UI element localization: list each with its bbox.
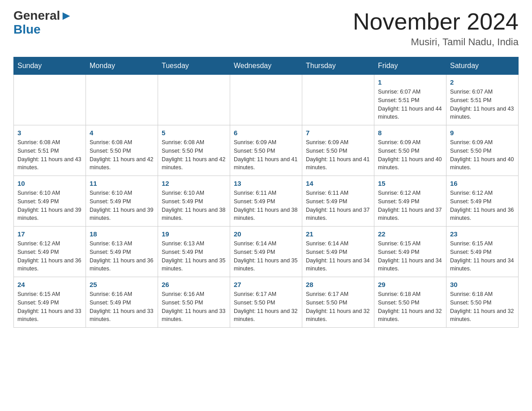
day-info: Sunrise: 6:08 AMSunset: 5:51 PMDaylight:…	[17, 138, 82, 172]
calendar-cell: 22Sunrise: 6:15 AMSunset: 5:49 PMDayligh…	[374, 227, 446, 277]
day-number: 18	[90, 230, 154, 238]
day-number: 27	[234, 281, 298, 288]
day-info: Sunrise: 6:11 AMSunset: 5:49 PMDaylight:…	[234, 189, 298, 223]
calendar-cell: 21Sunrise: 6:14 AMSunset: 5:49 PMDayligh…	[302, 227, 374, 277]
day-number: 10	[17, 180, 82, 187]
day-number: 1	[378, 78, 442, 86]
day-info: Sunrise: 6:13 AMSunset: 5:49 PMDaylight:…	[90, 240, 154, 273]
page-header: General► Blue November 2024 Musiri, Tami…	[13, 9, 519, 48]
day-number: 21	[306, 230, 370, 238]
weekday-header-friday: Friday	[374, 57, 446, 75]
logo: General► Blue	[13, 9, 73, 37]
day-info: Sunrise: 6:09 AMSunset: 5:50 PMDaylight:…	[450, 138, 515, 172]
calendar-cell	[158, 75, 230, 125]
day-number: 17	[17, 230, 82, 238]
day-info: Sunrise: 6:18 AMSunset: 5:50 PMDaylight:…	[378, 290, 442, 324]
weekday-header-saturday: Saturday	[446, 57, 519, 75]
day-info: Sunrise: 6:14 AMSunset: 5:49 PMDaylight:…	[234, 240, 298, 273]
calendar-cell: 18Sunrise: 6:13 AMSunset: 5:49 PMDayligh…	[86, 227, 158, 277]
calendar-week-5: 24Sunrise: 6:15 AMSunset: 5:49 PMDayligh…	[14, 277, 519, 328]
weekday-header-row: SundayMondayTuesdayWednesdayThursdayFrid…	[14, 57, 519, 75]
calendar-cell: 30Sunrise: 6:18 AMSunset: 5:50 PMDayligh…	[446, 277, 519, 328]
day-number: 20	[234, 230, 298, 238]
calendar-cell: 6Sunrise: 6:09 AMSunset: 5:50 PMDaylight…	[230, 125, 302, 176]
calendar-cell: 7Sunrise: 6:09 AMSunset: 5:50 PMDaylight…	[302, 125, 374, 176]
weekday-header-sunday: Sunday	[14, 57, 86, 75]
day-info: Sunrise: 6:15 AMSunset: 5:49 PMDaylight:…	[450, 240, 515, 273]
day-number: 15	[378, 180, 442, 187]
calendar-week-4: 17Sunrise: 6:12 AMSunset: 5:49 PMDayligh…	[14, 227, 519, 277]
day-number: 12	[162, 180, 226, 187]
day-info: Sunrise: 6:16 AMSunset: 5:50 PMDaylight:…	[162, 290, 226, 324]
day-number: 28	[306, 281, 370, 288]
day-number: 9	[450, 129, 515, 137]
day-info: Sunrise: 6:09 AMSunset: 5:50 PMDaylight:…	[306, 138, 370, 172]
day-number: 4	[90, 129, 154, 137]
calendar-cell: 19Sunrise: 6:13 AMSunset: 5:49 PMDayligh…	[158, 227, 230, 277]
day-info: Sunrise: 6:13 AMSunset: 5:49 PMDaylight:…	[162, 240, 226, 273]
day-number: 7	[306, 129, 370, 137]
calendar-cell: 24Sunrise: 6:15 AMSunset: 5:49 PMDayligh…	[14, 277, 86, 328]
calendar-cell: 17Sunrise: 6:12 AMSunset: 5:49 PMDayligh…	[14, 227, 86, 277]
month-title: November 2024	[353, 9, 519, 34]
calendar-table: SundayMondayTuesdayWednesdayThursdayFrid…	[13, 57, 519, 328]
day-info: Sunrise: 6:10 AMSunset: 5:49 PMDaylight:…	[17, 189, 82, 223]
calendar-cell: 23Sunrise: 6:15 AMSunset: 5:49 PMDayligh…	[446, 227, 519, 277]
logo-blue: Blue	[13, 23, 41, 37]
day-info: Sunrise: 6:10 AMSunset: 5:49 PMDaylight:…	[90, 189, 154, 223]
day-info: Sunrise: 6:15 AMSunset: 5:49 PMDaylight:…	[378, 240, 442, 273]
logo-general: General►	[13, 9, 73, 23]
calendar-cell: 8Sunrise: 6:09 AMSunset: 5:50 PMDaylight…	[374, 125, 446, 176]
location-title: Musiri, Tamil Nadu, India	[353, 36, 519, 48]
day-number: 11	[90, 180, 154, 187]
weekday-header-tuesday: Tuesday	[158, 57, 230, 75]
calendar-cell: 26Sunrise: 6:16 AMSunset: 5:50 PMDayligh…	[158, 277, 230, 328]
day-number: 30	[450, 281, 515, 288]
calendar-cell: 20Sunrise: 6:14 AMSunset: 5:49 PMDayligh…	[230, 227, 302, 277]
day-info: Sunrise: 6:10 AMSunset: 5:49 PMDaylight:…	[162, 189, 226, 223]
calendar-week-2: 3Sunrise: 6:08 AMSunset: 5:51 PMDaylight…	[14, 125, 519, 176]
calendar-week-1: 1Sunrise: 6:07 AMSunset: 5:51 PMDaylight…	[14, 75, 519, 125]
calendar-cell: 28Sunrise: 6:17 AMSunset: 5:50 PMDayligh…	[302, 277, 374, 328]
logo-arrow-icon: ►	[60, 9, 73, 22]
day-number: 6	[234, 129, 298, 137]
day-number: 2	[450, 78, 515, 86]
calendar-week-3: 10Sunrise: 6:10 AMSunset: 5:49 PMDayligh…	[14, 176, 519, 227]
calendar-cell	[230, 75, 302, 125]
day-number: 26	[162, 281, 226, 288]
day-number: 29	[378, 281, 442, 288]
day-number: 16	[450, 180, 515, 187]
day-info: Sunrise: 6:17 AMSunset: 5:50 PMDaylight:…	[306, 290, 370, 324]
day-number: 14	[306, 180, 370, 187]
day-number: 23	[450, 230, 515, 238]
title-area: November 2024 Musiri, Tamil Nadu, India	[353, 9, 519, 48]
day-number: 8	[378, 129, 442, 137]
day-info: Sunrise: 6:14 AMSunset: 5:49 PMDaylight:…	[306, 240, 370, 273]
day-info: Sunrise: 6:07 AMSunset: 5:51 PMDaylight:…	[378, 88, 442, 121]
calendar-cell: 9Sunrise: 6:09 AMSunset: 5:50 PMDaylight…	[446, 125, 519, 176]
calendar-cell: 13Sunrise: 6:11 AMSunset: 5:49 PMDayligh…	[230, 176, 302, 227]
calendar-cell: 4Sunrise: 6:08 AMSunset: 5:50 PMDaylight…	[86, 125, 158, 176]
day-info: Sunrise: 6:09 AMSunset: 5:50 PMDaylight:…	[378, 138, 442, 172]
calendar-cell: 29Sunrise: 6:18 AMSunset: 5:50 PMDayligh…	[374, 277, 446, 328]
day-info: Sunrise: 6:18 AMSunset: 5:50 PMDaylight:…	[450, 290, 515, 324]
calendar-cell: 1Sunrise: 6:07 AMSunset: 5:51 PMDaylight…	[374, 75, 446, 125]
calendar-cell: 14Sunrise: 6:11 AMSunset: 5:49 PMDayligh…	[302, 176, 374, 227]
calendar-cell: 10Sunrise: 6:10 AMSunset: 5:49 PMDayligh…	[14, 176, 86, 227]
day-info: Sunrise: 6:16 AMSunset: 5:49 PMDaylight:…	[90, 290, 154, 324]
day-number: 22	[378, 230, 442, 238]
calendar-cell: 27Sunrise: 6:17 AMSunset: 5:50 PMDayligh…	[230, 277, 302, 328]
calendar-cell: 12Sunrise: 6:10 AMSunset: 5:49 PMDayligh…	[158, 176, 230, 227]
calendar-cell	[302, 75, 374, 125]
day-number: 24	[17, 281, 82, 288]
calendar-cell	[14, 75, 86, 125]
day-number: 13	[234, 180, 298, 187]
calendar-cell: 11Sunrise: 6:10 AMSunset: 5:49 PMDayligh…	[86, 176, 158, 227]
day-number: 25	[90, 281, 154, 288]
day-info: Sunrise: 6:09 AMSunset: 5:50 PMDaylight:…	[234, 138, 298, 172]
calendar-cell: 15Sunrise: 6:12 AMSunset: 5:49 PMDayligh…	[374, 176, 446, 227]
calendar-cell: 3Sunrise: 6:08 AMSunset: 5:51 PMDaylight…	[14, 125, 86, 176]
day-number: 3	[17, 129, 82, 137]
day-info: Sunrise: 6:12 AMSunset: 5:49 PMDaylight:…	[450, 189, 515, 223]
day-info: Sunrise: 6:17 AMSunset: 5:50 PMDaylight:…	[234, 290, 298, 324]
